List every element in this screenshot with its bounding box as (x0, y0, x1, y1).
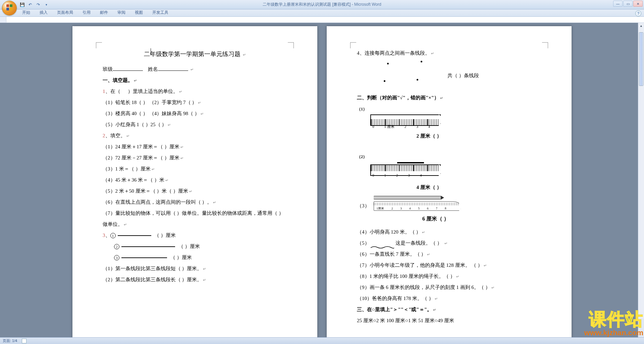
tab-mailings[interactable]: 邮件 (96, 9, 112, 16)
q2-sub2: （2）72 厘米－27 厘米＝（ ）厘米 (103, 152, 287, 163)
horizontal-ruler[interactable] (0, 17, 644, 23)
q3: 3、1 （ ）厘米 (103, 230, 287, 241)
judge-5: （5） 这是一条线段。（ ） (357, 238, 541, 249)
q1-sub3: （3）楼房高 40（ ） （4）妹妹身高 98（ ） (103, 108, 287, 119)
page-indicator[interactable]: 页面: 1/4 (3, 338, 17, 343)
document-workspace: 二年级数学第一学期第一单元练习题 班级 姓名 一、填空题。 11、在（ ）里填上… (0, 23, 644, 337)
app-name-text: Microsoft Word (354, 2, 381, 7)
judge-10: （10）爸爸的身高有 178 米。（ ） (357, 293, 541, 304)
browse-object-nav[interactable] (638, 318, 644, 337)
page-1[interactable]: 二年级数学第一学期第一单元练习题 班级 姓名 一、填空题。 11、在（ ）里填上… (72, 26, 317, 337)
tab-home[interactable]: 开始 (18, 9, 34, 16)
section-2-head: 二、判断（对的画"√"，错的画"×"） (357, 92, 541, 103)
pencil-icon (374, 196, 441, 200)
save-icon[interactable]: 💾 (19, 2, 25, 7)
text-cursor (151, 48, 151, 55)
tab-view[interactable]: 视图 (131, 9, 147, 16)
scroll-thumb[interactable] (639, 32, 643, 86)
quick-access-toolbar: 💾 ↶ ↷ ▾ (19, 2, 49, 7)
q2-sub6: （6）在直线上点两点，这两点间的一段叫（ ）。 (103, 197, 287, 208)
tab-review[interactable]: 审阅 (113, 9, 129, 16)
tab-insert[interactable]: 插入 (36, 9, 52, 16)
statusbar: 页面: 1/4 (0, 337, 644, 344)
q1-sub5: （5）小红身高 1（ ）25（ ） (103, 119, 287, 130)
scroll-down-icon[interactable]: ▼ (638, 312, 644, 318)
q3-r1: （1）第一条线段比第三条线段短（ ）厘米。 (103, 263, 287, 274)
titlebar: 💾 ↶ ↷ ▾ 二年级数学上册厘米和米的认识测试题 [兼容模式] - Micro… (0, 0, 644, 9)
q3-r2: （2）第二条线段比第三条线段长（ ）厘米。 (103, 274, 287, 285)
judge-2: （2） 01234 4 厘米（ ） (357, 151, 541, 193)
qat-more-icon[interactable]: ▾ (44, 2, 49, 7)
tab-developer[interactable]: 开发工具 (148, 9, 172, 16)
ribbon-help-icon[interactable]: ? (635, 10, 641, 16)
sec3-line: 25 厘米○2 米 100 厘米○1 米 51 厘米○49 厘米 (357, 315, 541, 326)
judge-1: （1） 01 厘米234 2 厘米（ ） (357, 103, 541, 142)
office-button[interactable] (2, 1, 17, 15)
q1: 11、在（ ）里填上适当的单位。、在（ ）里填上适当的单位。 (103, 86, 287, 97)
q2-sub5: （5）2 米＋50 厘米＝（ ）米（ ）厘米 (103, 186, 287, 197)
q2: 2、填空。 (103, 130, 287, 141)
maximize-button[interactable]: ▭ (623, 1, 633, 7)
window-controls: — ▭ ✕ (613, 1, 643, 7)
judge-6: （6）一条直线长 7 厘米。（ ） (357, 249, 541, 260)
section-3-head: 三、在○里填上"＞""＜"或"＝"。 (357, 304, 541, 315)
ruler3-caption: 6 厘米（ ） (330, 213, 541, 225)
dots-figure: 共（ ）条线段 (384, 60, 541, 90)
close-button[interactable]: ✕ (633, 1, 643, 7)
judge-4: （4）小明身高 120 米。（ ） (357, 227, 541, 238)
tab-layout[interactable]: 页面布局 (53, 9, 77, 16)
q1-sub1: （1）铅笔长 18（ ） （2）手掌宽约 7（ ） (103, 97, 287, 108)
section-1-head: 一、填空题。 (103, 75, 287, 86)
undo-icon[interactable]: ↶ (28, 2, 33, 7)
doc-heading: 二年级数学第一学期第一单元练习题 (103, 48, 287, 61)
ruler2-caption: 4 厘米（ ） (327, 182, 541, 193)
window-title: 二年级数学上册厘米和米的认识测试题 [兼容模式] - Microsoft Wor… (263, 2, 381, 7)
q2-sub1: （1）24 厘米＋17 厘米＝（ ）厘米 (103, 141, 287, 152)
minimize-button[interactable]: — (613, 1, 623, 7)
judge-9: （9）画一条 6 厘米长的线段，从尺子的刻度 1 画到 6。（ ） (357, 282, 541, 293)
q2-sub7: （7）量比较短的物体，可以用（ ）做单位。量比较长的物体或距离，通常用（ ）做单… (103, 208, 287, 230)
class-name-line: 班级 姓名 (103, 64, 287, 75)
judge-8: （8）1 米的绳子比 100 厘米的绳子长。（ ） (357, 271, 541, 282)
ribbon-tabs: 开始 插入 页面布局 引用 邮件 审阅 视图 开发工具 ? (0, 9, 644, 17)
q2-sub4: （4）45 米＋36 米＝（ ）米 (103, 175, 287, 186)
document-title-text: 二年级数学上册厘米和米的认识测试题 [兼容模式] (263, 2, 351, 7)
scroll-up-icon[interactable]: ▲ (638, 23, 644, 29)
redo-icon[interactable]: ↷ (36, 2, 41, 7)
tab-references[interactable]: 引用 (78, 9, 95, 16)
ruler1-caption: 2 厘米（ ） (327, 131, 541, 142)
q4-answer: 共（ ）条线段 (447, 70, 479, 81)
q3-l3: 3 （ ）厘米 (103, 252, 287, 263)
status-icon[interactable] (22, 339, 26, 343)
judge-7: （7）小明今年读二年级了，他的身高是 128 厘米。 （ ） (357, 260, 541, 271)
page-2[interactable]: 4、连接每两点之间画一条线段。 共（ ）条线段 二、判断（对的画"√"，错的画"… (327, 26, 572, 337)
judge-3: （3） 1厘米2345678 6 厘米（ ） (357, 196, 541, 225)
wavy-line-icon (371, 242, 394, 245)
q3-l2: 2 （ ）厘米 (103, 241, 287, 252)
q4: 4、连接每两点之间画一条线段。 (357, 48, 541, 59)
vertical-scrollbar[interactable]: ▲ ▼ (638, 23, 644, 337)
q2-sub3: （3）1 米＝（ ）厘米 (103, 163, 287, 175)
